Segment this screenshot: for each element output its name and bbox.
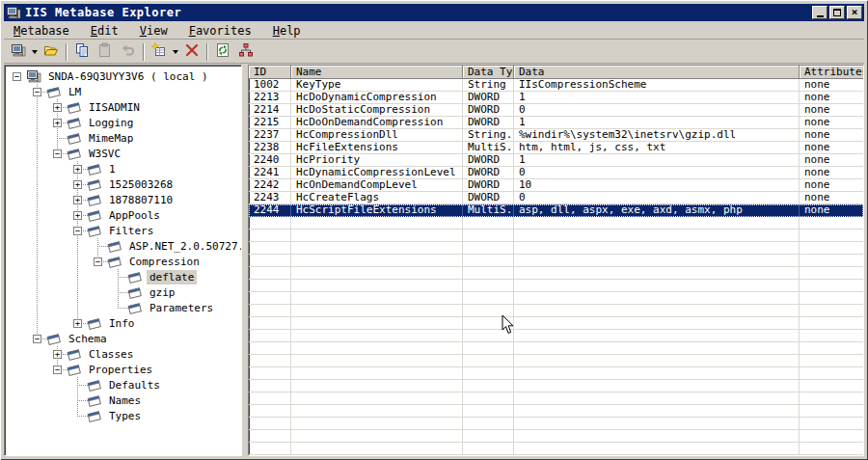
cell-name: HcScriptFileExtensions	[291, 204, 463, 217]
table-row[interactable]: 2242HcOnDemandCompLevelDWORD10none	[249, 179, 863, 192]
expand-plus-icon[interactable]: +	[53, 119, 62, 127]
tree-guide	[37, 115, 38, 130]
table-row[interactable]: 2244HcScriptFileExtensionsMultiS...asp, …	[249, 204, 863, 217]
cell-id: 2214	[249, 104, 291, 117]
menu-item-help[interactable]: Help	[265, 23, 309, 39]
tree-item[interactable]: −Properties	[5, 362, 241, 377]
tree-item[interactable]: Parameters	[5, 300, 241, 315]
delete-button[interactable]	[180, 41, 203, 63]
paste-button[interactable]	[94, 41, 117, 63]
column-header-id[interactable]: ID	[249, 66, 291, 79]
tree-item[interactable]: +IISADMIN	[5, 99, 241, 115]
tree-item[interactable]: −SNDA-69Q3UYY3V6 ( local )	[5, 68, 241, 84]
menu-item-edit[interactable]: Edit	[83, 23, 126, 39]
connect-button-dropdown[interactable]	[30, 41, 40, 63]
table-row[interactable]: 2243HcCreateFlagsDWORD0none	[249, 192, 863, 204]
collapse-minus-icon[interactable]: −	[94, 257, 102, 266]
expand-plus-icon[interactable]: +	[73, 211, 82, 220]
tree-item[interactable]: −LM	[5, 84, 241, 99]
tree-item-label: IISADMIN	[86, 100, 143, 115]
collapse-minus-icon[interactable]: −	[73, 227, 82, 235]
tree-item[interactable]: gzip	[5, 284, 241, 300]
tree-view-button[interactable]	[234, 41, 258, 63]
connect-button[interactable]	[7, 41, 30, 63]
cell-attributes: none	[800, 154, 863, 167]
minimize-icon	[817, 15, 824, 17]
new-record-button-dropdown[interactable]	[171, 41, 180, 63]
tree-guide	[37, 254, 38, 269]
maximize-button[interactable]	[829, 6, 845, 19]
tree-guide	[37, 207, 38, 223]
tree-item[interactable]: Types	[5, 408, 241, 423]
expand-plus-icon[interactable]: +	[73, 196, 82, 204]
tree-item[interactable]: ASP.NET_2.0.50727.0	[5, 238, 241, 254]
column-header-attributes[interactable]: Attributes	[800, 66, 863, 79]
app-computer-icon	[6, 5, 21, 20]
cell-id: 2244	[249, 204, 291, 217]
tree-guide	[77, 269, 78, 284]
properties-list-panel: IDNameData TypeDataAttributes 1002KeyTyp…	[248, 65, 864, 456]
cell-data	[514, 430, 800, 443]
cell-attributes	[800, 317, 863, 330]
tree-item[interactable]: MimeMap	[5, 130, 241, 146]
collapse-minus-icon[interactable]: −	[13, 72, 21, 81]
empty-table-row	[249, 267, 863, 280]
table-row[interactable]: 2214HcDoStaticCompressionDWORD0none	[249, 104, 863, 117]
key-icon	[107, 254, 122, 269]
collapse-minus-icon[interactable]: −	[53, 149, 62, 158]
open-button[interactable]	[40, 41, 63, 63]
collapse-minus-icon[interactable]: −	[33, 335, 41, 343]
table-row[interactable]: 2240HcPriorityDWORD1none	[249, 154, 863, 167]
table-row[interactable]: 2215HcDoOnDemandCompressionDWORD1none	[249, 117, 863, 129]
cell-data	[514, 317, 800, 330]
menu-item-favorites[interactable]: Favorites	[181, 23, 259, 39]
tree-item[interactable]: −Compression	[5, 254, 241, 269]
table-row[interactable]: 2238HcFileExtensionsMultiS...htm, html, …	[249, 142, 863, 154]
column-header-data[interactable]: Data	[514, 66, 800, 79]
expand-plus-icon[interactable]: +	[73, 165, 82, 174]
cell-id	[249, 330, 291, 342]
cell-id: 2213	[249, 92, 291, 104]
cell-id: 2243	[249, 192, 291, 204]
close-button[interactable]: ×	[847, 6, 862, 19]
refresh-button[interactable]	[211, 41, 234, 63]
table-row[interactable]: 1002KeyTypeStringIIsCompressionSchemenon…	[249, 79, 863, 92]
column-header-name[interactable]: Name	[291, 66, 463, 79]
tree-item[interactable]: Defaults	[5, 377, 241, 392]
tree-item[interactable]: −W3SVC	[5, 146, 241, 161]
tree-item[interactable]: +Logging	[5, 115, 241, 130]
tree-item[interactable]: −Filters	[5, 223, 241, 238]
tree-item[interactable]: Names	[5, 392, 241, 408]
menu-item-metabase[interactable]: Metabase	[6, 23, 77, 39]
tree-item[interactable]: +1878807110	[5, 192, 241, 207]
expand-plus-icon[interactable]: +	[53, 350, 62, 359]
table-row[interactable]: 2237HcCompressionDllString...%windir%\sy…	[249, 129, 863, 142]
new-record-button[interactable]	[148, 41, 171, 63]
cell-id: 2215	[249, 117, 291, 129]
tree-item[interactable]: deflate	[5, 269, 241, 284]
table-row[interactable]: 2241HcDynamicCompressionLevelDWORD0none	[249, 167, 863, 179]
tree-item[interactable]: +Classes	[5, 346, 241, 362]
cell-attributes	[800, 380, 863, 392]
collapse-minus-icon[interactable]: −	[33, 88, 41, 96]
empty-table-row	[249, 230, 863, 242]
expand-plus-icon[interactable]: +	[53, 103, 62, 112]
expand-plus-icon[interactable]: +	[73, 319, 82, 328]
column-header-data-type[interactable]: Data Type	[463, 66, 514, 79]
tree-item[interactable]: −Schema	[5, 331, 241, 346]
copy-button[interactable]	[70, 41, 94, 63]
expand-plus-icon[interactable]: +	[73, 180, 82, 189]
table-row[interactable]: 2213HcDoDynamicCompressionDWORD1none	[249, 92, 863, 104]
cell-attributes	[800, 342, 863, 355]
cell-data	[514, 305, 800, 317]
tree-item[interactable]: +AppPools	[5, 207, 241, 223]
tree-item[interactable]: +1525003268	[5, 176, 241, 192]
minimize-button[interactable]	[812, 6, 827, 19]
tree-item[interactable]: +Info	[5, 315, 241, 331]
menu-item-view[interactable]: View	[132, 23, 176, 39]
undo-button[interactable]	[117, 41, 140, 63]
tree-item[interactable]: +1	[5, 161, 241, 176]
collapse-minus-icon[interactable]: −	[53, 365, 62, 374]
cell-data	[514, 342, 800, 355]
cell-attributes	[800, 392, 863, 405]
